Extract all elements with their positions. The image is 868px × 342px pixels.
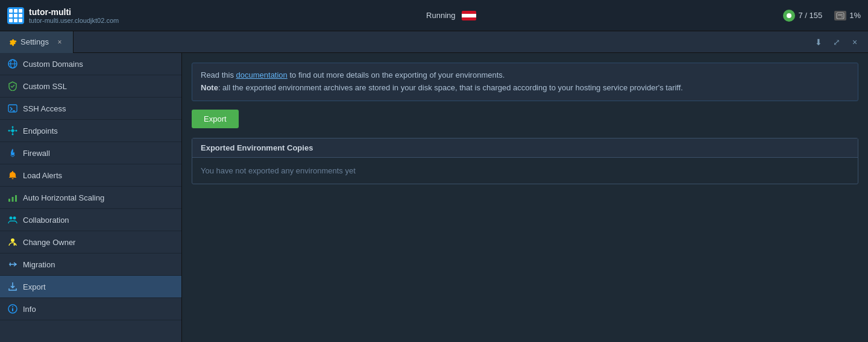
svg-point-10	[8, 130, 10, 132]
app-name: tutor-multi	[29, 7, 119, 17]
svg-rect-1	[837, 13, 844, 19]
sidebar-item-ssh-access[interactable]: SSH Access	[0, 98, 181, 120]
app-subdomain: tutor-multi.user.cloudjkt02.com	[29, 17, 119, 24]
sidebar-item-endpoints[interactable]: Endpoints	[0, 120, 181, 142]
sidebar-item-label: Custom SSL	[23, 82, 67, 91]
svg-point-0	[787, 13, 791, 18]
sidebar-item-label: Custom Domains	[23, 60, 83, 69]
sidebar-item-firewall[interactable]: Firewall	[0, 142, 181, 164]
topbar-right: 7 / 155 1%	[783, 10, 861, 22]
collab-icon	[7, 214, 18, 225]
export-icon	[7, 281, 18, 292]
svg-point-13	[12, 134, 14, 135]
close-panel-button[interactable]: ×	[846, 34, 863, 51]
nodes-count: 7 / 155	[798, 11, 822, 20]
sidebar-item-label: Load Alerts	[23, 171, 62, 180]
disk-stat: 1%	[834, 11, 861, 20]
svg-rect-20	[15, 195, 17, 202]
env-copies-title: Exported Environment Copies	[192, 138, 858, 158]
documentation-link[interactable]: documentation	[236, 70, 288, 79]
main-layout: Custom Domains Custom SSL SSH Access	[0, 53, 868, 342]
info-text-suffix: to find out more details on the exportin…	[288, 70, 505, 79]
region-flag	[462, 11, 476, 20]
sidebar-item-load-alerts[interactable]: Load Alerts	[0, 164, 181, 187]
sidebar-item-info[interactable]: Info	[0, 298, 181, 320]
info-note-text: : all the exported environment archives …	[218, 83, 683, 92]
sidebar-item-migration[interactable]: Migration	[0, 253, 181, 276]
sidebar-item-label: Endpoints	[23, 126, 58, 135]
close-icon: ×	[852, 37, 857, 47]
sidebar-item-collaboration[interactable]: Collaboration	[0, 209, 181, 231]
migration-icon	[7, 259, 18, 270]
bell-icon	[7, 170, 18, 181]
nodes-icon	[7, 125, 18, 136]
sidebar-item-custom-ssl[interactable]: Custom SSL	[0, 75, 181, 98]
sidebar-item-label: Firewall	[23, 149, 50, 158]
sidebar-item-auto-horizontal-scaling[interactable]: Auto Horizontal Scaling	[0, 187, 181, 209]
info-box: Read this documentation to find out more…	[192, 63, 858, 101]
tabbar: Settings × ⬇ ⤢ ×	[0, 31, 868, 53]
terminal-icon	[7, 103, 18, 114]
globe-icon	[7, 58, 18, 69]
sidebar-item-custom-domains[interactable]: Custom Domains	[0, 53, 181, 75]
sidebar-item-export[interactable]: Export	[0, 276, 181, 298]
tabbar-actions: ⬇ ⤢ ×	[810, 34, 868, 51]
app-titles: tutor-multi tutor-multi.user.cloudjkt02.…	[29, 7, 119, 24]
svg-point-23	[11, 238, 14, 242]
owner-icon	[7, 237, 18, 247]
status-label: Running	[426, 11, 455, 20]
download-button[interactable]: ⬇	[810, 34, 827, 51]
app-icon[interactable]	[7, 7, 24, 24]
sidebar-item-label: Migration	[23, 260, 55, 269]
svg-point-21	[10, 217, 13, 220]
nodes-stat: 7 / 155	[783, 10, 822, 22]
settings-tab[interactable]: Settings ×	[0, 31, 74, 53]
svg-point-22	[13, 217, 16, 220]
sidebar-item-label: Export	[23, 282, 46, 291]
settings-gear-icon	[8, 38, 17, 46]
tab-close-button[interactable]: ×	[55, 37, 64, 47]
svg-point-9	[11, 129, 14, 132]
shield-icon	[7, 81, 18, 92]
info-text-prefix: Read this	[201, 70, 236, 79]
download-icon: ⬇	[815, 37, 822, 47]
sidebar-item-change-owner[interactable]: Change Owner	[0, 231, 181, 253]
info-note-prefix: Note	[201, 83, 218, 92]
nodes-icon	[783, 10, 795, 22]
disk-icon	[834, 11, 846, 20]
settings-tab-label: Settings	[20, 37, 49, 46]
svg-rect-19	[12, 197, 14, 202]
svg-point-11	[16, 130, 17, 132]
disk-percent: 1%	[849, 11, 861, 20]
env-copies-box: Exported Environment Copies You have not…	[192, 138, 858, 184]
sidebar-item-label: Auto Horizontal Scaling	[23, 193, 104, 202]
info-icon	[7, 303, 18, 314]
svg-point-26	[12, 306, 13, 308]
expand-icon: ⤢	[833, 37, 840, 47]
svg-rect-2	[838, 14, 843, 16]
content-area: Read this documentation to find out more…	[182, 53, 868, 342]
topbar: tutor-multi tutor-multi.user.cloudjkt02.…	[0, 0, 868, 31]
svg-point-12	[12, 126, 14, 128]
svg-point-3	[841, 16, 843, 17]
topbar-center: Running	[119, 11, 783, 20]
fire-icon	[7, 148, 18, 158]
svg-rect-18	[8, 199, 10, 202]
sidebar-item-label: SSH Access	[23, 104, 66, 113]
export-button[interactable]: Export	[192, 110, 239, 128]
env-copies-empty: You have not exported any environments y…	[192, 158, 858, 184]
scale-icon	[7, 192, 18, 203]
sidebar: Custom Domains Custom SSL SSH Access	[0, 53, 182, 342]
app-icon-dots	[9, 9, 22, 22]
expand-button[interactable]: ⤢	[828, 34, 845, 51]
sidebar-item-label: Collaboration	[23, 216, 69, 225]
sidebar-item-label: Change Owner	[23, 238, 75, 247]
sidebar-item-label: Info	[23, 305, 36, 314]
